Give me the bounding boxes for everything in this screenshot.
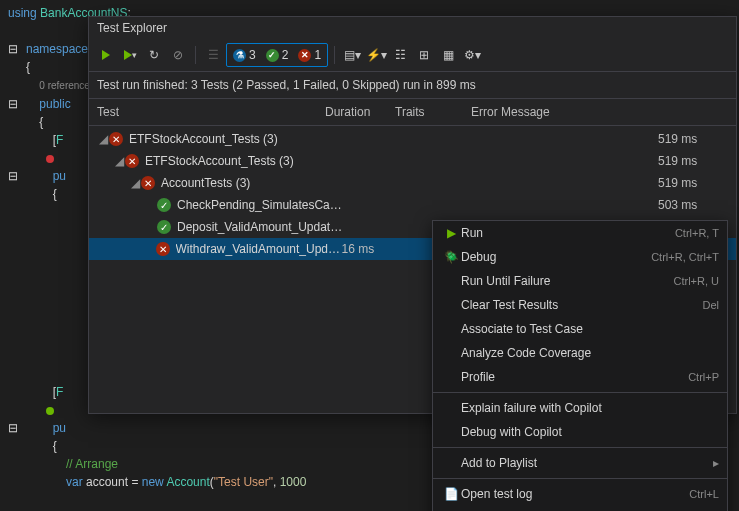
- menu-associate[interactable]: Associate to Test Case: [433, 317, 727, 341]
- cancel-button[interactable]: ⊘: [167, 44, 189, 66]
- trigger-button[interactable]: ⚡▾: [365, 44, 387, 66]
- menu-open-log[interactable]: 📄Open test logCtrl+L: [433, 482, 727, 506]
- col-error[interactable]: Error Message: [471, 105, 728, 119]
- menu-run-until-failure[interactable]: Run Until FailureCtrl+R, U: [433, 269, 727, 293]
- test-duration: 519 ms: [658, 132, 728, 146]
- total-counter[interactable]: ⚗3: [229, 46, 260, 64]
- passed-counter[interactable]: ✓2: [262, 46, 293, 64]
- test-label: Withdraw_ValidAmount_Update...: [176, 242, 342, 256]
- check-icon: ✓: [266, 49, 279, 62]
- col-duration[interactable]: Duration: [325, 105, 395, 119]
- run-button[interactable]: ▾: [119, 44, 141, 66]
- toolbar: ▾ ↻ ⊘ ☰ ⚗3 ✓2 ✕1 ▤▾ ⚡▾ ☷ ⊞ ▦ ⚙▾: [89, 39, 736, 72]
- repeat-button[interactable]: ↻: [143, 44, 165, 66]
- test-duration: 519 ms: [658, 154, 728, 168]
- menu-debug[interactable]: 🪲DebugCtrl+R, Ctrl+T: [433, 245, 727, 269]
- fail-icon: ✕: [141, 176, 155, 190]
- menu-coverage[interactable]: Analyze Code Coverage: [433, 341, 727, 365]
- failed-counter[interactable]: ✕1: [294, 46, 325, 64]
- status-line: Test run finished: 3 Tests (2 Passed, 1 …: [89, 72, 736, 99]
- col-traits[interactable]: Traits: [395, 105, 471, 119]
- pass-icon: ✓: [157, 220, 171, 234]
- test-label: AccountTests (3): [161, 176, 343, 190]
- filter-button[interactable]: ☰: [202, 44, 224, 66]
- flask-icon: ⚗: [233, 49, 246, 62]
- run-all-button[interactable]: [95, 44, 117, 66]
- gutter-pass-icon: [46, 407, 54, 415]
- chevron-down-icon[interactable]: ◢: [129, 176, 141, 190]
- log-icon: 📄: [441, 487, 461, 501]
- test-label: ETFStockAccount_Tests (3): [129, 132, 343, 146]
- column-headers: Test Duration Traits Error Message: [89, 99, 736, 126]
- test-label: ETFStockAccount_Tests (3): [145, 154, 343, 168]
- test-node[interactable]: ✓CheckPending_SimulatesCalcul...503 ms: [89, 194, 736, 216]
- menu-run[interactable]: ▶RunCtrl+R, T: [433, 221, 727, 245]
- fail-icon: ✕: [109, 132, 123, 146]
- pass-icon: ✓: [157, 198, 171, 212]
- layout1-button[interactable]: ☷: [389, 44, 411, 66]
- menu-goto-test[interactable]: Go To TestF12: [433, 506, 727, 511]
- fail-icon: ✕: [156, 242, 169, 256]
- test-node[interactable]: ◢✕AccountTests (3)519 ms: [89, 172, 736, 194]
- test-node[interactable]: ◢✕ETFStockAccount_Tests (3)519 ms: [89, 150, 736, 172]
- panel-title: Test Explorer: [89, 17, 736, 39]
- chevron-right-icon: ▸: [713, 456, 719, 470]
- layout3-button[interactable]: ▦: [437, 44, 459, 66]
- gutter-fail-icon: [46, 155, 54, 163]
- test-duration: 519 ms: [658, 176, 728, 190]
- test-node[interactable]: ◢✕ETFStockAccount_Tests (3)519 ms: [89, 128, 736, 150]
- fail-icon: ✕: [125, 154, 139, 168]
- layout2-button[interactable]: ⊞: [413, 44, 435, 66]
- play-icon: ▶: [441, 226, 461, 240]
- menu-add-playlist[interactable]: Add to Playlist▸: [433, 451, 727, 475]
- playlist-button[interactable]: ▤▾: [341, 44, 363, 66]
- settings-button[interactable]: ⚙▾: [461, 44, 483, 66]
- menu-explain-copilot[interactable]: Explain failure with Copilot: [433, 396, 727, 420]
- chevron-down-icon[interactable]: ◢: [97, 132, 109, 146]
- test-label: Deposit_ValidAmount_Updates...: [177, 220, 343, 234]
- col-test[interactable]: Test: [97, 105, 325, 119]
- menu-clear[interactable]: Clear Test ResultsDel: [433, 293, 727, 317]
- chevron-down-icon[interactable]: ◢: [113, 154, 125, 168]
- bug-icon: 🪲: [441, 250, 461, 264]
- counter-group: ⚗3 ✓2 ✕1: [226, 43, 328, 67]
- test-duration: 503 ms: [658, 198, 728, 212]
- context-menu: ▶RunCtrl+R, T 🪲DebugCtrl+R, Ctrl+T Run U…: [432, 220, 728, 511]
- menu-debug-copilot[interactable]: Debug with Copilot: [433, 420, 727, 444]
- test-duration: 16 ms: [342, 242, 412, 256]
- test-label: CheckPending_SimulatesCalcul...: [177, 198, 343, 212]
- x-icon: ✕: [298, 49, 311, 62]
- menu-profile[interactable]: ProfileCtrl+P: [433, 365, 727, 389]
